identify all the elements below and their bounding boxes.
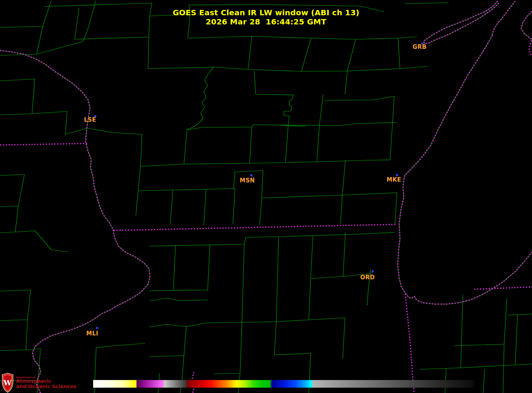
state-borders	[0, 1, 532, 393]
station-label-MKE: MKE	[387, 176, 401, 183]
station-label-MLI: MLI	[86, 330, 98, 337]
border-mn-ia	[0, 143, 87, 145]
station-dot-MLI	[96, 327, 98, 329]
station-label-MSN: MSN	[240, 177, 255, 184]
border-il-in	[405, 294, 414, 393]
station-label-LSE: LSE	[84, 116, 96, 123]
uw-aos-logo-text: Department of Atmospheric and Oceanic Sc…	[16, 373, 76, 389]
station-label-ORD: ORD	[360, 274, 375, 281]
station-dot-ORD	[372, 271, 374, 272]
border-in-mi	[474, 287, 532, 289]
image-title: GOES East Clean IR LW window (ABI ch 13)	[0, 8, 532, 17]
lake-michigan-shore-green	[398, 35, 532, 304]
crest-letter: W	[3, 379, 12, 387]
mississippi-river-dots	[0, 50, 150, 393]
uw-aos-logo: W Department of Atmospheric and Oceanic …	[2, 373, 76, 393]
mississippi-river-green	[0, 50, 150, 393]
station-dot-MSN	[250, 174, 252, 176]
station-label-GRB: GRB	[413, 43, 427, 50]
satellite-map	[0, 0, 532, 393]
county-boundaries	[0, 1, 532, 393]
border-wi-il	[114, 224, 396, 230]
temperature-colorbar	[93, 380, 475, 388]
station-dot-MKE	[396, 174, 398, 176]
uw-crest-icon: W	[2, 373, 14, 393]
goes-satellite-viewer: GOES East Clean IR LW window (ABI ch 13)…	[0, 0, 532, 393]
lake-michigan-shoreline-dots	[398, 35, 532, 304]
shoreline-green-lines	[0, 1, 532, 393]
image-timestamp: 2026 Mar 28 16:44:25 GMT	[0, 17, 532, 26]
logo-line-2: and Oceanic Sciences	[16, 384, 76, 389]
logo-line-1: Atmospheric	[16, 379, 76, 384]
